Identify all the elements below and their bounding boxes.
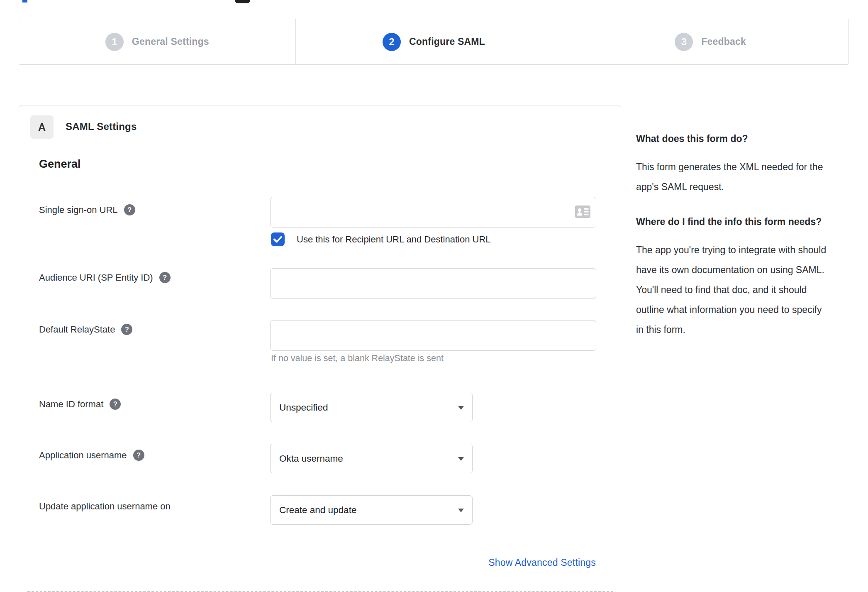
default-relaystate-input[interactable] <box>270 320 596 351</box>
help-icon[interactable]: ? <box>121 324 132 335</box>
name-id-format-label: Name ID format <box>39 399 103 410</box>
help-question-1-title: What does this form do? <box>636 131 827 146</box>
step-number-badge: 1 <box>105 33 124 51</box>
cutoff-logo-fragment <box>22 0 27 2</box>
help-question-1-body: This form generates the XML needed for t… <box>636 157 827 197</box>
stepper-step-feedback[interactable]: 3 Feedback <box>572 19 848 64</box>
section-a-badge: A <box>30 115 54 139</box>
update-username-label: Update application username on <box>39 501 171 512</box>
saml-settings-panel: A SAML Settings General Single sign-on U… <box>19 105 621 592</box>
panel-title: SAML Settings <box>66 121 137 132</box>
step-label: Feedback <box>701 36 746 47</box>
audience-uri-label-row: Audience URI (SP Entity ID) ? <box>39 272 171 283</box>
audience-uri-label: Audience URI (SP Entity ID) <box>39 272 153 283</box>
cutoff-app-icon-fragment <box>235 0 250 3</box>
recipient-url-checkbox-row: Use this for Recipient URL and Destinati… <box>271 232 491 246</box>
audience-uri-input[interactable] <box>270 268 596 299</box>
help-sidebar: What does this form do? This form genera… <box>636 131 827 357</box>
chevron-down-icon <box>458 406 464 410</box>
name-id-format-select[interactable]: Unspecified <box>270 393 473 422</box>
step-label: General Settings <box>132 36 209 47</box>
relaystate-label: Default RelayState <box>39 324 115 335</box>
name-id-format-value: Unspecified <box>279 402 328 413</box>
relaystate-hint: If no value is set, a blank RelayState i… <box>271 353 444 364</box>
setup-wizard-stepper: 1 General Settings 2 Configure SAML 3 Fe… <box>19 19 849 65</box>
application-username-label-row: Application username ? <box>39 450 144 461</box>
help-question-2-title: Where do I find the info this form needs… <box>636 214 827 229</box>
checkmark-icon <box>273 236 282 243</box>
name-id-format-label-row: Name ID format ? <box>39 399 121 410</box>
contact-card-icon <box>575 205 590 218</box>
relaystate-label-row: Default RelayState ? <box>39 324 132 335</box>
help-icon[interactable]: ? <box>124 204 135 215</box>
stepper-step-general-settings[interactable]: 1 General Settings <box>19 19 295 64</box>
general-section-title: General <box>39 158 81 171</box>
step-label: Configure SAML <box>409 36 485 47</box>
recipient-url-checkbox-label[interactable]: Use this for Recipient URL and Destinati… <box>297 234 491 245</box>
sso-url-label-row: Single sign-on URL ? <box>39 204 135 215</box>
update-username-label-row: Update application username on <box>39 501 171 512</box>
step-number-badge: 3 <box>675 33 693 51</box>
help-question-2-body: The app you're trying to integrate with … <box>636 240 827 340</box>
dashed-section-divider <box>27 591 613 592</box>
application-username-label: Application username <box>39 450 127 461</box>
recipient-url-checkbox[interactable] <box>271 232 285 246</box>
stepper-step-configure-saml[interactable]: 2 Configure SAML <box>295 19 572 64</box>
chevron-down-icon <box>458 457 464 461</box>
step-number-badge: 2 <box>383 33 401 51</box>
help-icon[interactable]: ? <box>159 272 171 283</box>
sso-url-label: Single sign-on URL <box>39 205 118 215</box>
application-username-value: Okta username <box>279 453 343 464</box>
chevron-down-icon <box>458 509 464 512</box>
help-icon[interactable]: ? <box>133 450 144 461</box>
update-app-username-select[interactable]: Create and update <box>270 495 473 525</box>
single-sign-on-url-input[interactable] <box>270 197 596 228</box>
update-app-username-value: Create and update <box>279 505 356 516</box>
help-icon[interactable]: ? <box>110 399 121 410</box>
application-username-select[interactable]: Okta username <box>270 444 473 473</box>
show-advanced-settings-link[interactable]: Show Advanced Settings <box>488 557 596 568</box>
